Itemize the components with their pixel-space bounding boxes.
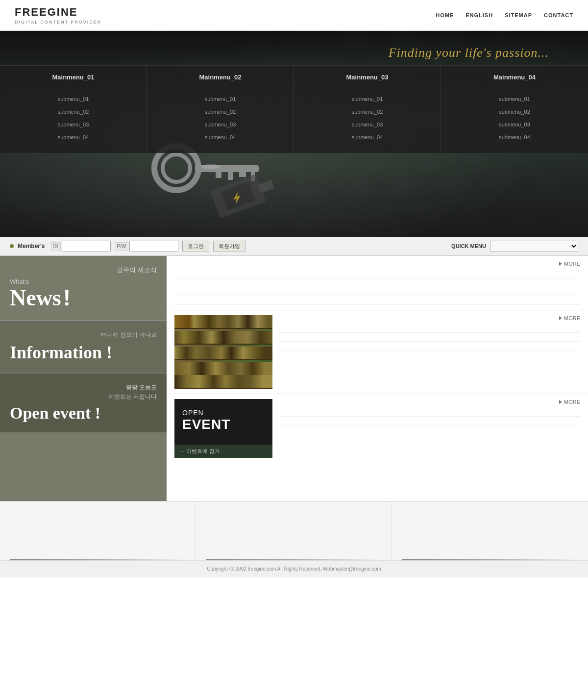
submenu-2-2[interactable]: submenu_02 bbox=[205, 109, 236, 115]
menu-col-3-title: Mainmenu_03 bbox=[294, 74, 441, 87]
more-arrow-icon-2 bbox=[559, 316, 562, 320]
submenu-3-2[interactable]: submenu_02 bbox=[352, 109, 383, 115]
info-section: 떠나자 정보의 바다로 Information ! bbox=[0, 320, 167, 373]
register-button[interactable]: 회원가입 bbox=[213, 241, 245, 251]
news-line-3 bbox=[174, 287, 580, 296]
logo-area: FREEGINE DIGITAL CONTENT PROVIDER bbox=[15, 6, 101, 25]
submenu-2-1[interactable]: submenu_01 bbox=[205, 96, 236, 102]
mega-menu: Mainmenu_01 submenu_01 submenu_02 submen… bbox=[0, 65, 588, 153]
left-sidebar: 금주의 새소식 What's News ! 떠나자 정보의 바다로 Inform… bbox=[0, 256, 167, 501]
more-arrow-icon-3 bbox=[559, 400, 562, 404]
event-section: 팡팡 오늘도 이벤트는 터집니다 Open event ! bbox=[0, 373, 167, 432]
top-nav: HOME ENGLISH SITEMAP CONTACT bbox=[436, 12, 573, 18]
hero-banner: ⚡ Finding your life's passion... Mainmen… bbox=[0, 31, 588, 237]
bookshelf-row-1 bbox=[174, 315, 272, 329]
bottom-box-2-bar bbox=[206, 559, 382, 560]
pw-input-wrap: P/W bbox=[115, 241, 179, 251]
id-input[interactable] bbox=[62, 241, 111, 251]
submenu-4-2[interactable]: submenu_02 bbox=[499, 109, 530, 115]
event-image: OPEN EVENT → 이벤트에 참가 bbox=[174, 399, 272, 458]
submenu-3-1[interactable]: submenu_01 bbox=[352, 96, 383, 102]
submenu-4-1[interactable]: submenu_01 bbox=[499, 96, 530, 102]
menu-col-4-title: Mainmenu_04 bbox=[441, 74, 588, 87]
event-line-2 bbox=[280, 417, 580, 425]
nav-sitemap[interactable]: SITEMAP bbox=[505, 12, 532, 18]
event-korean2: 이벤트는 터집니다 bbox=[10, 393, 157, 401]
news-line-2 bbox=[174, 278, 580, 287]
bottom-box-1-bar bbox=[10, 559, 186, 560]
nav-home[interactable]: HOME bbox=[436, 12, 454, 18]
submenu-4-3[interactable]: submenu_03 bbox=[499, 122, 530, 127]
bottom-box-3-bar bbox=[402, 559, 578, 560]
info-image bbox=[174, 315, 272, 389]
event-line-3 bbox=[280, 425, 580, 434]
svg-point-7 bbox=[201, 164, 220, 169]
event-more-link[interactable]: MORE bbox=[280, 399, 580, 405]
submenu-1-4[interactable]: submenu_04 bbox=[58, 134, 89, 140]
quick-menu-select[interactable] bbox=[490, 241, 578, 251]
event-korean1: 팡팡 오늘도 bbox=[10, 383, 157, 392]
menu-col-1: Mainmenu_01 submenu_01 submenu_02 submen… bbox=[0, 66, 147, 153]
logo-title: FREEGINE bbox=[15, 6, 101, 19]
news-title-small: What's bbox=[10, 278, 157, 285]
nav-contact[interactable]: CONTACT bbox=[544, 12, 573, 18]
event-line-1 bbox=[280, 408, 580, 417]
member-label: Member's bbox=[18, 243, 45, 250]
bottom-box-3 bbox=[392, 501, 588, 560]
submenu-2-3[interactable]: submenu_03 bbox=[205, 122, 236, 127]
news-title-big: News bbox=[10, 287, 61, 309]
login-button[interactable]: 로그인 bbox=[182, 241, 209, 251]
info-korean-label: 떠나자 정보의 바다로 bbox=[10, 331, 157, 339]
event-more-label: MORE bbox=[564, 399, 580, 405]
menu-col-3: Mainmenu_03 submenu_01 submenu_02 submen… bbox=[294, 66, 441, 153]
member-bar: Member's ID P/W 로그인 회원가입 QUICK MENU bbox=[0, 237, 588, 256]
event-title: Open event ! bbox=[10, 404, 157, 423]
pw-label: P/W bbox=[115, 242, 129, 250]
news-content-row: MORE bbox=[167, 256, 588, 310]
bookshelf-row-3 bbox=[174, 347, 272, 360]
svg-point-1 bbox=[163, 154, 190, 182]
hero-tagline: Finding your life's passion... bbox=[389, 46, 549, 60]
event-content-row: OPEN EVENT → 이벤트에 참가 MORE bbox=[167, 394, 588, 463]
info-text-area: MORE bbox=[280, 315, 580, 389]
submenu-4-4[interactable]: submenu_04 bbox=[499, 134, 530, 140]
info-more-link[interactable]: MORE bbox=[280, 315, 580, 321]
submenu-1-3[interactable]: submenu_03 bbox=[58, 122, 89, 127]
svg-rect-11 bbox=[258, 180, 274, 193]
nav-english[interactable]: ENGLISH bbox=[466, 12, 493, 18]
event-img-text2: EVENT bbox=[182, 417, 230, 432]
menu-col-2-title: Mainmenu_02 bbox=[147, 74, 294, 87]
news-korean-label: 금주의 새소식 bbox=[10, 266, 157, 275]
submenu-1-2[interactable]: submenu_02 bbox=[58, 109, 89, 115]
quick-menu-label: QUICK MENU bbox=[451, 243, 486, 249]
bottom-box-2 bbox=[196, 501, 392, 560]
news-more-link[interactable]: MORE bbox=[174, 261, 580, 267]
right-content: MORE MORE bbox=[167, 256, 588, 501]
main-content: 금주의 새소식 What's News ! 떠나자 정보의 바다로 Inform… bbox=[0, 256, 588, 501]
news-line-4 bbox=[174, 296, 580, 305]
bookshelf-row-2 bbox=[174, 331, 272, 345]
info-content-row: MORE bbox=[167, 310, 588, 394]
event-join-button[interactable]: → 이벤트에 참가 bbox=[174, 445, 272, 458]
submenu-3-3[interactable]: submenu_03 bbox=[352, 122, 383, 127]
event-text-area: MORE bbox=[280, 399, 580, 458]
submenu-2-4[interactable]: submenu_04 bbox=[205, 134, 236, 140]
bookshelf-row-4 bbox=[174, 362, 272, 376]
news-exclaim: ! bbox=[63, 285, 71, 310]
event-join-label: → 이벤트에 참가 bbox=[179, 448, 220, 455]
info-line-2 bbox=[280, 333, 580, 342]
submenu-3-4[interactable]: submenu_04 bbox=[352, 134, 383, 140]
footer-text: Copyright ⓒ 2002 freegine.com All Rights… bbox=[207, 566, 381, 572]
site-header: FREEGINE DIGITAL CONTENT PROVIDER HOME E… bbox=[0, 0, 588, 31]
pw-input[interactable] bbox=[129, 241, 178, 251]
footer: Copyright ⓒ 2002 freegine.com All Rights… bbox=[0, 560, 588, 577]
info-line-1 bbox=[280, 324, 580, 333]
submenu-1-1[interactable]: submenu_01 bbox=[58, 96, 89, 102]
info-line-4 bbox=[280, 350, 580, 359]
id-label: ID bbox=[51, 242, 61, 250]
menu-col-4: Mainmenu_04 submenu_01 submenu_02 submen… bbox=[441, 66, 588, 153]
bookshelf-row-5 bbox=[174, 375, 272, 389]
info-title: Information ! bbox=[10, 342, 157, 363]
news-more-label: MORE bbox=[564, 261, 580, 267]
event-img-text1: OPEN bbox=[182, 409, 204, 417]
